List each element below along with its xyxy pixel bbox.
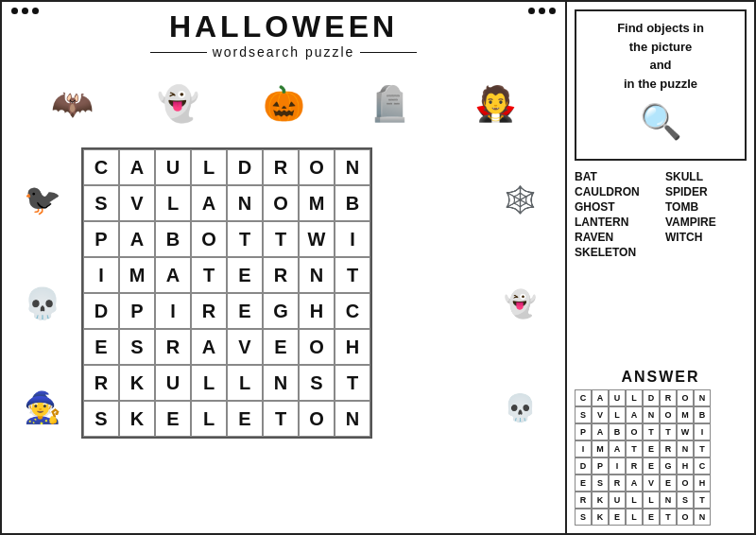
- grid-cell: R: [155, 329, 191, 365]
- grid-cell: T: [191, 257, 227, 293]
- answer-grid-cell: A: [609, 440, 626, 457]
- answer-grid-row: DPIREGHC: [575, 457, 747, 475]
- answer-grid-cell: S: [592, 475, 609, 492]
- grid-cell: P: [83, 221, 119, 257]
- answer-grid-cell: E: [643, 509, 660, 526]
- right-panel: Find objects in the picture and in the p…: [567, 0, 756, 535]
- answer-grid-cell: O: [677, 475, 694, 492]
- decorative-dots-right: [528, 8, 556, 14]
- grid-cell: P: [119, 293, 155, 329]
- answer-grid-cell: S: [677, 492, 694, 509]
- grid-cell: U: [155, 365, 191, 401]
- pumpkin-icon: 🎃: [263, 87, 305, 121]
- grid-cell: O: [299, 329, 335, 365]
- grid-cell: T: [335, 365, 370, 401]
- grid-cell: C: [335, 293, 370, 329]
- grid-cell: E: [263, 329, 299, 365]
- answer-grid-cell: R: [660, 440, 677, 457]
- subtitle: wordsearch puzzle: [9, 44, 558, 60]
- answer-grid-row: IMATERNT: [575, 440, 747, 457]
- answer-grid-cell: H: [694, 475, 711, 492]
- grid-cell: I: [335, 221, 370, 257]
- answer-grid-cell: R: [575, 492, 592, 509]
- answer-grid-cell: O: [677, 389, 694, 406]
- answer-grid-cell: A: [626, 475, 643, 492]
- answer-grid-row: PABOTTWI: [575, 423, 747, 440]
- tombstone-icon: 🪦: [369, 87, 411, 121]
- grid-cell: H: [335, 329, 370, 365]
- find-objects-text: Find objects in the picture and in the p…: [584, 19, 737, 93]
- grid-cell: A: [119, 221, 155, 257]
- answer-grid-cell: T: [626, 440, 643, 457]
- grid-cell: A: [191, 329, 227, 365]
- grid-cell: N: [299, 257, 335, 293]
- answer-grid-cell: C: [694, 457, 711, 475]
- answer-grid-cell: E: [575, 475, 592, 492]
- grid-cell: I: [83, 257, 119, 293]
- word-item-right: WITCH: [665, 231, 747, 244]
- grid-cell: L: [227, 365, 263, 401]
- top-icons-row: 🦇 👻 🎃 🪦 🧛: [9, 63, 558, 144]
- answer-grid-cell: M: [677, 406, 694, 423]
- grid-cell: C: [83, 149, 119, 185]
- grid-cell: O: [191, 221, 227, 257]
- answer-grid-cell: U: [609, 492, 626, 509]
- grid-cell: V: [227, 329, 263, 365]
- word-item-right: [665, 246, 747, 259]
- puzzle-area: CAULDRONSVLANOMBPABOTTWIIMATERNTDPIREGHC…: [81, 147, 476, 459]
- grid-cell: N: [335, 149, 370, 185]
- answer-grid-row: SKELETON: [575, 509, 747, 526]
- grid-cell: V: [119, 185, 155, 221]
- answer-grid-cell: N: [694, 509, 711, 526]
- grid-cell: L: [155, 185, 191, 221]
- answer-section: ANSWER CAULDRONSVLANOMBPABOTTWIIMATERNTD…: [575, 369, 747, 526]
- answer-grid-cell: T: [660, 423, 677, 440]
- content-row: 🐦‍⬛ 💀 🧙 CAULDRONSVLANOMBPABOTTWIIMATERNT…: [9, 147, 558, 459]
- answer-grid-cell: I: [694, 423, 711, 440]
- grid-cell: S: [299, 365, 335, 401]
- raven-icon: 🐦‍⬛: [24, 181, 61, 217]
- answer-grid-row: RKULLNST: [575, 492, 747, 509]
- grid-cell: I: [155, 293, 191, 329]
- answer-grid-cell: L: [643, 492, 660, 509]
- word-list: BATSKULLCAULDRONSPIDERGHOSTTOMBLANTERNVA…: [575, 170, 747, 259]
- grid-cell: S: [83, 185, 119, 221]
- word-item-right: SPIDER: [665, 185, 747, 198]
- grid-cell: B: [335, 185, 370, 221]
- answer-grid-cell: D: [643, 389, 660, 406]
- right-icons: 🕸️ 👻 💀: [482, 147, 558, 459]
- grid-row: ESRAVEOH: [83, 329, 370, 365]
- answer-grid-cell: D: [575, 457, 592, 475]
- answer-grid: CAULDRONSVLANOMBPABOTTWIIMATERNTDPIREGHC…: [575, 389, 747, 526]
- answer-grid-cell: A: [592, 423, 609, 440]
- grid-cell: O: [299, 149, 335, 185]
- word-item-left: SKELETON: [575, 246, 656, 259]
- answer-grid-cell: T: [694, 492, 711, 509]
- grid-cell: K: [119, 401, 155, 437]
- answer-grid-cell: I: [575, 440, 592, 457]
- word-item-left: CAULDRON: [575, 185, 656, 198]
- answer-grid-cell: T: [660, 509, 677, 526]
- grid-cell: A: [119, 149, 155, 185]
- answer-grid-row: SVLANOMB: [575, 406, 747, 423]
- grid-cell: O: [263, 185, 299, 221]
- word-search-grid: CAULDRONSVLANOMBPABOTTWIIMATERNTDPIREGHC…: [81, 147, 372, 439]
- ghost-icon: 👻: [157, 87, 199, 121]
- answer-grid-row: ESRAVEOH: [575, 475, 747, 492]
- grid-cell: B: [155, 221, 191, 257]
- word-item-left: GHOST: [575, 200, 656, 214]
- answer-grid-cell: L: [626, 492, 643, 509]
- grid-row: DPIREGHC: [83, 293, 370, 329]
- grid-cell: D: [83, 293, 119, 329]
- grid-cell: A: [155, 257, 191, 293]
- grid-cell: E: [155, 401, 191, 437]
- grid-cell: R: [83, 365, 119, 401]
- word-item-left: LANTERN: [575, 216, 656, 229]
- answer-grid-cell: T: [643, 423, 660, 440]
- grid-cell: O: [299, 401, 335, 437]
- title-area: HALLOWEEN wordsearch puzzle: [9, 9, 558, 60]
- spider-web-icon: 🕸️: [504, 184, 537, 216]
- bat-icon: 🦇: [51, 87, 94, 121]
- answer-grid-cell: R: [660, 389, 677, 406]
- grid-cell: R: [263, 149, 299, 185]
